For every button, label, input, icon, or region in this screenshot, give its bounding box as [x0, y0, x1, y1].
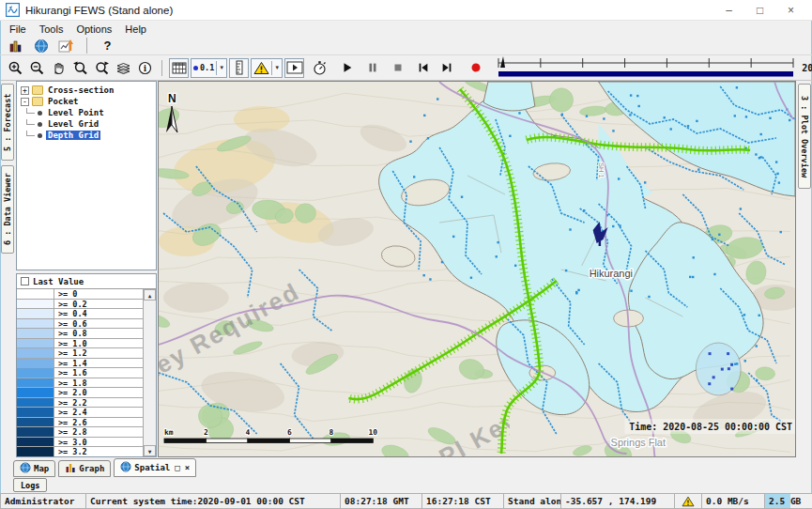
minimize-button[interactable]: –: [713, 1, 744, 20]
close-button[interactable]: ×: [775, 1, 806, 20]
animation-icon[interactable]: [284, 58, 304, 78]
grid-display-icon[interactable]: [169, 58, 189, 78]
legend-row[interactable]: >= 2.8: [17, 427, 143, 438]
view-tab-graph[interactable]: Graph: [58, 460, 111, 477]
tree-item-depth-grid[interactable]: Depth Grid: [17, 130, 156, 141]
svg-text:N: N: [168, 92, 176, 105]
legend-row[interactable]: >= 0: [17, 289, 143, 300]
zoom-in-icon[interactable]: [6, 58, 25, 78]
menu-help[interactable]: Help: [119, 23, 154, 35]
data-tree: +Cross-section-PocketLevel PointLevel Gr…: [16, 81, 157, 270]
status-local-time: 16:27:18 CST: [421, 493, 504, 509]
grid-scale-dropdown[interactable]: 0.1 ▼: [191, 58, 227, 78]
skip-to-end-icon[interactable]: [437, 58, 456, 78]
play-icon[interactable]: [337, 58, 357, 78]
legend-row[interactable]: >= 2.6: [17, 418, 143, 428]
tree-item-label: Cross-section: [46, 85, 115, 95]
view-tab-map[interactable]: Map: [13, 460, 55, 477]
titlebar: Hikurangi FEWS (Stand alone) – □ ×: [0, 0, 812, 21]
legend-row[interactable]: >= 1.2: [17, 348, 143, 359]
legend-row[interactable]: >= 1.8: [17, 378, 143, 389]
legend-title: Last Value: [33, 277, 84, 286]
time-slider[interactable]: [497, 56, 795, 79]
tree-item-level-point[interactable]: Level Point: [17, 107, 156, 118]
data-display-icon[interactable]: [6, 36, 25, 55]
legend-row[interactable]: >= 0.4: [17, 309, 143, 319]
view-tab-spatial[interactable]: Spatial□×: [114, 458, 196, 477]
map-globe-icon[interactable]: [31, 36, 51, 55]
folder-icon: [32, 85, 43, 95]
legend-row[interactable]: >= 2.2: [17, 398, 143, 409]
record-icon[interactable]: [466, 58, 485, 78]
zoom-previous-icon[interactable]: [70, 58, 90, 78]
legend-swatch: [17, 408, 54, 417]
view-tab-label: Map: [34, 464, 49, 473]
legend-swatch: [17, 289, 54, 299]
pan-hand-icon[interactable]: [49, 58, 69, 78]
stop-icon[interactable]: [388, 58, 407, 78]
legend-row[interactable]: >= 1.4: [17, 359, 143, 369]
menu-tools[interactable]: Tools: [34, 23, 71, 35]
timeline-span-bar: [498, 71, 793, 77]
tree-item-label: Pocket: [46, 97, 81, 106]
expand-icon[interactable]: +: [21, 86, 29, 95]
stopwatch-icon[interactable]: [310, 58, 329, 78]
maximize-button[interactable]: □: [744, 1, 775, 20]
toolbar-separator: [161, 60, 162, 76]
legend-row[interactable]: >= 3.0: [17, 438, 143, 448]
legend-row-label: >= 2.0: [54, 388, 143, 397]
app-logo-icon: [6, 3, 20, 17]
legend-row[interactable]: >= 0.2: [17, 300, 143, 310]
legend-swatch: [17, 378, 54, 388]
map-toolbar: i 0.1 ▼ ▼ 2020-08-25 00:00:00 CST: [0, 55, 812, 81]
skip-to-start-icon[interactable]: [413, 58, 433, 78]
legend-row[interactable]: >= 0.6: [17, 319, 143, 330]
side-tab-3-plot-overview[interactable]: 3 : Plot Overview: [798, 84, 811, 189]
right-tab-strip: 3 : Plot Overview: [796, 81, 812, 457]
legend-row[interactable]: >= 3.2: [17, 447, 143, 456]
chart-marker-icon[interactable]: [56, 36, 76, 55]
logs-button[interactable]: Logs: [13, 478, 47, 492]
tree-item-label: Level Grid: [46, 119, 100, 129]
help-icon[interactable]: ?: [98, 36, 117, 55]
legend-scrollbar[interactable]: ▲ ▼: [143, 289, 156, 456]
legend-row[interactable]: >= 0.8: [17, 329, 143, 339]
leaf-bullet-icon: [38, 122, 42, 127]
legend-swatch: [17, 309, 54, 318]
legend-swatch: [17, 418, 54, 427]
info-icon[interactable]: i: [135, 58, 155, 78]
legend-row[interactable]: >= 1.0: [17, 339, 143, 349]
ruler-icon[interactable]: [229, 58, 249, 78]
map-view[interactable]: API Key Required API Key Required: [158, 81, 796, 457]
zoom-out-icon[interactable]: [27, 58, 47, 78]
menu-file[interactable]: File: [4, 23, 34, 35]
legend-row[interactable]: >= 2.0: [17, 388, 143, 398]
legend-row[interactable]: >= 2.4: [17, 408, 143, 418]
warning-threshold-dropdown[interactable]: ▼: [251, 58, 283, 78]
legend-row-label: >= 3.2: [54, 447, 143, 456]
left-panel: +Cross-section-PocketLevel PointLevel Gr…: [15, 81, 158, 457]
side-tab-5-forecast[interactable]: 5 : Forecast: [1, 84, 14, 161]
legend-row[interactable]: >= 1.6: [17, 368, 143, 378]
zoom-next-icon[interactable]: [92, 58, 112, 78]
side-tab-6-data-viewer[interactable]: 6 : Data Viewer: [1, 165, 14, 254]
last-value-checkbox[interactable]: [21, 277, 29, 285]
svg-text:10: 10: [369, 428, 378, 437]
folder-icon: [32, 97, 43, 106]
tree-item-level-grid[interactable]: Level Grid: [17, 118, 156, 130]
town-label: Hikurangi: [590, 268, 633, 279]
legend-row-label: >= 1.6: [54, 368, 143, 378]
view-tab-label: Graph: [79, 464, 104, 473]
menu-options[interactable]: Options: [70, 23, 119, 35]
pause-icon[interactable]: [362, 58, 382, 78]
map-time-label: Time: 2020-08-25 00:00:00 CST: [625, 419, 795, 434]
tree-item-cross-section[interactable]: +Cross-section: [17, 85, 156, 96]
tab-maximize-icon[interactable]: □: [175, 463, 179, 472]
collapse-icon[interactable]: -: [21, 98, 29, 106]
tab-close-icon[interactable]: ×: [185, 463, 190, 472]
scroll-down-icon[interactable]: ▼: [144, 445, 156, 456]
layers-icon[interactable]: [114, 58, 133, 78]
tree-item-pocket[interactable]: -Pocket: [17, 96, 156, 107]
scroll-up-icon[interactable]: ▲: [144, 289, 156, 301]
legend-row-label: >= 2.8: [54, 427, 143, 437]
